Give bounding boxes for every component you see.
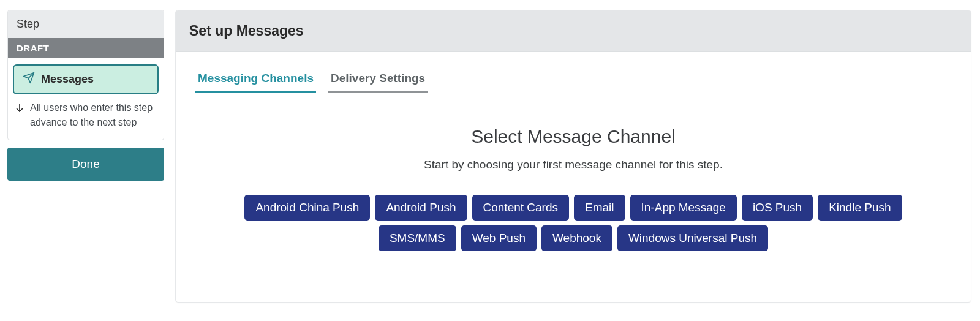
channel-sms-mms[interactable]: SMS/MMS <box>379 225 456 251</box>
messages-step-pill[interactable]: Messages <box>13 64 159 94</box>
channel-windows-universal-push[interactable]: Windows Universal Push <box>617 225 768 251</box>
done-button[interactable]: Done <box>7 148 164 181</box>
channel-kindle-push[interactable]: Kindle Push <box>818 195 902 221</box>
channel-email[interactable]: Email <box>574 195 625 221</box>
tabs-bar: Messaging Channels Delivery Settings <box>176 52 971 93</box>
step-header: Step <box>8 10 164 38</box>
channel-android-china-push[interactable]: Android China Push <box>244 195 370 221</box>
advance-text-label: All users who enter this step advance to… <box>30 100 156 130</box>
messages-pill-label: Messages <box>41 73 94 86</box>
tab-delivery-settings[interactable]: Delivery Settings <box>328 67 428 93</box>
sidebar: Step DRAFT Messages <box>7 10 164 181</box>
content-area: Select Message Channel Start by choosing… <box>176 93 971 276</box>
select-channel-title: Select Message Channel <box>194 126 952 147</box>
main-panel: Set up Messages Messaging Channels Deliv… <box>175 10 971 303</box>
select-channel-subtitle: Start by choosing your first message cha… <box>194 158 952 172</box>
step-card: Step DRAFT Messages <box>7 10 164 140</box>
paper-plane-icon <box>23 72 35 87</box>
channel-ios-push[interactable]: iOS Push <box>742 195 813 221</box>
draft-badge: DRAFT <box>8 38 164 58</box>
channel-in-app-message[interactable]: In-App Message <box>630 195 737 221</box>
channel-webhook[interactable]: Webhook <box>541 225 612 251</box>
panel-title: Set up Messages <box>176 10 971 52</box>
advance-description: All users who enter this step advance to… <box>8 99 164 140</box>
arrow-down-icon <box>14 100 25 118</box>
channel-android-push[interactable]: Android Push <box>375 195 467 221</box>
channel-grid: Android China Push Android Push Content … <box>236 195 910 251</box>
tab-messaging-channels[interactable]: Messaging Channels <box>195 67 316 93</box>
channel-web-push[interactable]: Web Push <box>461 225 537 251</box>
channel-content-cards[interactable]: Content Cards <box>472 195 570 221</box>
